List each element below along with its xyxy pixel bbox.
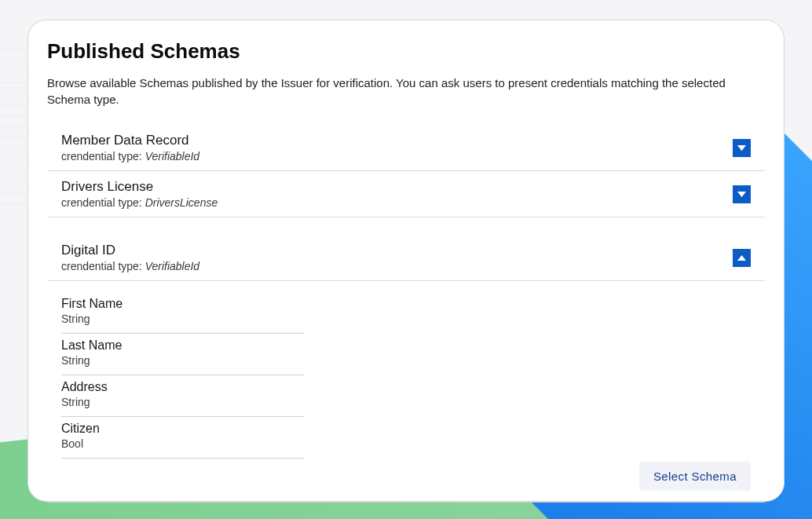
schema-row-digital-id[interactable]: Digital ID crendential type: VerifiableI… [47, 235, 765, 281]
schema-name: Member Data Record [61, 133, 199, 148]
page-title: Published Schemas [47, 39, 765, 64]
collapse-button[interactable] [733, 249, 751, 267]
schema-credtype-line: crendential type: VerifiableId [61, 260, 199, 272]
schema-credtype-line: crendential type: VerifiableId [61, 150, 199, 163]
schema-field: Last Name String [61, 334, 305, 375]
field-type: String [61, 312, 305, 325]
field-type: Bool [61, 437, 305, 450]
credtype-value: VerifiableId [145, 260, 200, 272]
schema-field: First Name String [61, 292, 305, 334]
credtype-label: crendential type: [61, 260, 142, 272]
field-name: Address [61, 380, 305, 394]
field-type: String [61, 354, 305, 367]
field-name: Last Name [61, 338, 305, 353]
field-name: First Name [61, 297, 305, 311]
schema-row-member-data-record[interactable]: Member Data Record crendential type: Ver… [47, 125, 765, 171]
credtype-label: crendential type: [61, 196, 142, 209]
field-name: Citizen [61, 422, 305, 436]
svg-marker-2 [737, 255, 746, 261]
svg-marker-1 [737, 192, 746, 197]
credtype-value: DriversLicense [145, 196, 218, 209]
page-description: Browse available Schemas published by th… [47, 75, 765, 108]
expand-button[interactable] [733, 185, 751, 203]
schema-name: Digital ID [61, 243, 199, 258]
svg-marker-0 [737, 145, 746, 151]
schema-credtype-line: crendential type: DriversLicense [61, 196, 218, 209]
chevron-up-icon [737, 255, 746, 261]
select-schema-button[interactable]: Select Schema [639, 462, 751, 491]
credtype-label: crendential type: [61, 150, 142, 163]
schema-field: Citizen Bool [61, 417, 305, 459]
schema-fields-panel: First Name String Last Name String Addre… [47, 281, 765, 503]
schema-field: Address String [61, 375, 305, 417]
chevron-down-icon [737, 145, 746, 151]
schema-name: Drivers License [61, 179, 218, 195]
credtype-value: VerifiableId [145, 150, 200, 163]
expand-button[interactable] [733, 139, 751, 157]
field-type: String [61, 396, 305, 408]
published-schemas-card: Published Schemas Browse available Schem… [27, 20, 785, 502]
schema-list: Member Data Record crendential type: Ver… [47, 125, 765, 503]
schema-row-drivers-license[interactable]: Drivers License crendential type: Driver… [47, 171, 765, 217]
chevron-down-icon [737, 192, 746, 197]
